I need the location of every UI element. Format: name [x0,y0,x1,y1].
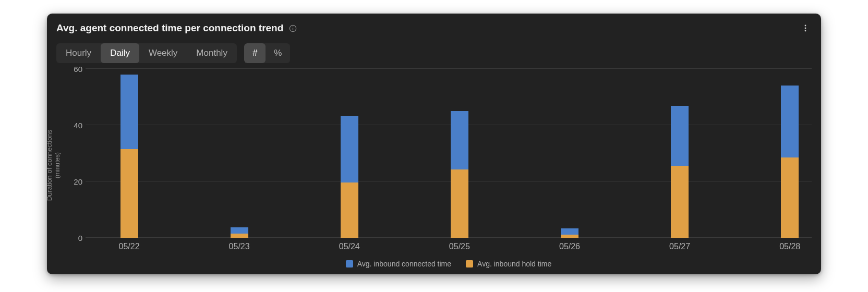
y-axis-ticks: 0204060 [62,69,82,238]
bar[interactable] [671,89,689,238]
chart-panel: Avg. agent connected time per connection… [47,14,821,274]
bar-segment-hold [561,235,578,238]
period-daily-button[interactable]: Daily [101,43,139,63]
bar[interactable] [451,91,468,238]
bar-segment-hold [671,166,689,238]
y-axis-label-line1: Duration of connections [45,130,53,201]
y-tick: 40 [62,121,82,130]
bar[interactable] [120,71,138,238]
bar-segment-hold [120,149,138,238]
bar-segment-connected [120,75,138,149]
bar-segment-hold [231,234,248,238]
x-tick: 05/22 [118,242,139,251]
bar[interactable] [341,94,358,238]
info-icon[interactable] [288,24,297,32]
mode-percent-button[interactable]: % [266,43,290,63]
svg-point-5 [805,30,806,32]
legend-item-hold[interactable]: Avg. inbound hold time [466,260,551,268]
y-axis-label-line2: (minutes) [54,130,61,201]
svg-point-2 [293,26,294,27]
bar[interactable] [561,198,578,238]
x-tick: 05/24 [339,242,360,251]
y-axis-label: Duration of connections (minutes) [45,130,61,201]
mode-absolute-button[interactable]: # [244,43,266,63]
x-tick: 05/28 [779,242,800,251]
legend: Avg. inbound connected time Avg. inbound… [86,260,812,268]
bar[interactable] [231,196,248,238]
chart-area: Duration of connections (minutes) 020406… [56,69,812,268]
svg-point-4 [805,28,806,29]
bar-segment-connected [451,111,468,169]
bars-layer [86,69,812,238]
legend-item-connected[interactable]: Avg. inbound connected time [346,260,451,268]
legend-label-connected: Avg. inbound connected time [357,260,451,268]
period-weekly-button[interactable]: Weekly [139,43,187,63]
svg-point-3 [805,25,806,27]
y-tick: 0 [62,234,82,242]
panel-header: Avg. agent connected time per connection… [56,21,812,35]
chart-title: Avg. agent connected time per connection… [56,22,283,34]
period-toggle-group: HourlyDailyWeeklyMonthly [56,43,237,63]
y-tick: 60 [62,65,82,74]
bar-segment-hold [781,157,799,238]
bar-segment-connected [561,228,578,234]
x-tick: 05/25 [449,242,470,251]
toolbar: HourlyDailyWeeklyMonthly #% [56,43,812,64]
plot-region: 0204060 [86,69,812,238]
bar-segment-hold [341,182,358,238]
x-axis-ticks: 05/2205/2305/2405/2505/2605/2705/28 [86,242,812,257]
period-hourly-button[interactable]: Hourly [56,43,101,63]
bar-segment-connected [671,106,689,165]
more-menu-icon[interactable] [799,22,812,34]
mode-toggle-group: #% [244,43,291,63]
period-monthly-button[interactable]: Monthly [187,43,237,63]
bar-segment-connected [231,227,248,234]
x-tick: 05/26 [559,242,580,251]
x-tick: 05/23 [229,242,250,251]
bar-segment-hold [451,169,468,238]
bar[interactable] [781,77,799,238]
legend-swatch-blue [346,260,353,267]
legend-label-hold: Avg. inbound hold time [477,260,551,268]
bar-segment-connected [341,116,358,183]
legend-swatch-orange [466,260,473,267]
y-tick: 20 [62,177,82,186]
x-tick: 05/27 [669,242,690,251]
bar-segment-connected [781,86,799,158]
